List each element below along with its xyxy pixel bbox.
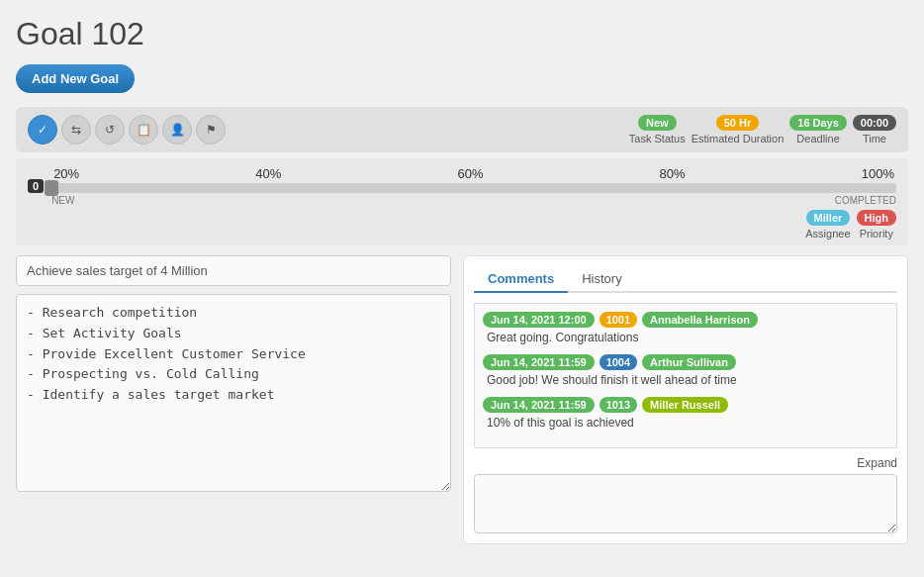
comment-text-3: 10% of this goal is achieved xyxy=(483,416,888,430)
time-badge: 00:00 xyxy=(853,115,896,131)
left-panel: - Research competition - Set Activity Go… xyxy=(16,255,451,544)
deadline-label: Deadline xyxy=(796,133,839,144)
user-icon-button[interactable]: 👤 xyxy=(162,115,192,144)
progress-value-badge: 0 xyxy=(28,179,44,193)
comment-entry-1: Jun 14, 2021 12:00 1001 Annabella Harris… xyxy=(483,312,888,344)
duration-badge: 50 Hr xyxy=(716,115,760,131)
toolbar-row: ✓ ⇆ ↺ 📋 👤 ⚑ New Task Status 50 Hr Estima… xyxy=(28,115,896,144)
comment-input-area[interactable] xyxy=(474,474,897,533)
check-icon-button[interactable]: ✓ xyxy=(28,115,57,144)
duration-item: 50 Hr Estimated Duration xyxy=(692,115,785,144)
comment-id-2: 1004 xyxy=(600,354,637,370)
comment-date-3: Jun 14, 2021 11:59 xyxy=(483,397,595,413)
comment-name-1: Annabella Harrison xyxy=(642,312,758,328)
tick-60: 60% xyxy=(457,166,483,181)
priority-label: Priority xyxy=(860,228,893,240)
goal-notes-area[interactable]: - Research competition - Set Activity Go… xyxy=(16,294,451,492)
tick-40: 40% xyxy=(255,166,281,181)
task-status-item: New Task Status xyxy=(629,115,686,144)
comment-id-1: 1001 xyxy=(600,312,637,328)
expand-link[interactable]: Expand xyxy=(474,456,897,470)
comment-name-3: Miller Russell xyxy=(642,397,728,413)
main-content: - Research competition - Set Activity Go… xyxy=(16,255,908,544)
tick-80: 80% xyxy=(660,166,686,181)
tabs-row: Comments History xyxy=(474,266,897,293)
task-status-label: Task Status xyxy=(629,133,686,144)
comment-meta-1: Jun 14, 2021 12:00 1001 Annabella Harris… xyxy=(483,312,888,328)
comment-text-1: Great going. Congratulations xyxy=(483,331,888,344)
time-label: Time xyxy=(863,133,886,144)
deadline-badge: 16 Days xyxy=(789,115,847,131)
progress-label-new: NEW xyxy=(51,195,74,206)
tick-20: 20% xyxy=(53,166,79,181)
comments-list: Jun 14, 2021 12:00 1001 Annabella Harris… xyxy=(474,303,897,448)
progress-section: 0 20% 40% 60% 80% 100% NEW COMPLETED xyxy=(16,158,908,245)
comment-date-2: Jun 14, 2021 11:59 xyxy=(483,354,595,370)
tab-comments[interactable]: Comments xyxy=(474,266,568,293)
progress-labels: NEW COMPLETED xyxy=(51,195,896,206)
tick-100: 100% xyxy=(862,166,894,181)
toolbar-icons: ✓ ⇆ ↺ 📋 👤 ⚑ xyxy=(28,115,226,144)
progress-label-completed: COMPLETED xyxy=(835,195,896,206)
progress-track[interactable] xyxy=(51,183,896,193)
comment-date-1: Jun 14, 2021 12:00 xyxy=(483,312,595,328)
comment-entry-2: Jun 14, 2021 11:59 1004 Arthur Sullivan … xyxy=(483,354,888,387)
assignee-badge: Miller xyxy=(806,210,851,226)
flag-icon-button[interactable]: ⚑ xyxy=(196,115,226,144)
add-new-goal-button[interactable]: Add New Goal xyxy=(16,64,135,93)
tab-history[interactable]: History xyxy=(568,266,635,293)
page-wrapper: Goal 102 Add New Goal ✓ ⇆ ↺ 📋 👤 ⚑ New Ta… xyxy=(0,0,924,577)
history-icon-button[interactable]: ↺ xyxy=(95,115,125,144)
duration-label: Estimated Duration xyxy=(692,133,785,144)
copy-icon-button[interactable]: 📋 xyxy=(129,115,158,144)
comment-entry-3: Jun 14, 2021 11:59 1013 Miller Russell 1… xyxy=(483,397,888,430)
priority-item: High Priority xyxy=(857,210,896,240)
page-title: Goal 102 xyxy=(16,16,908,52)
comment-text-2: Good job! We should finish it well ahead… xyxy=(483,373,888,387)
task-status-badge: New xyxy=(638,115,677,131)
priority-badge: High xyxy=(857,210,896,226)
toolbar-section: ✓ ⇆ ↺ 📋 👤 ⚑ New Task Status 50 Hr Estima… xyxy=(16,107,908,152)
comment-meta-2: Jun 14, 2021 11:59 1004 Arthur Sullivan xyxy=(483,354,888,370)
comment-id-3: 1013 xyxy=(600,397,637,413)
comment-name-2: Arthur Sullivan xyxy=(642,354,736,370)
shuffle-icon-button[interactable]: ⇆ xyxy=(61,115,91,144)
progress-thumb[interactable] xyxy=(45,180,58,196)
toolbar-status-group: New Task Status 50 Hr Estimated Duration… xyxy=(629,115,896,144)
assignee-label: Assignee xyxy=(805,228,850,240)
deadline-item: 16 Days Deadline xyxy=(789,115,847,144)
assignee-priority-group: Miller Assignee High Priority xyxy=(28,210,896,240)
time-item: 00:00 Time xyxy=(853,115,896,144)
progress-ticks: 20% 40% 60% 80% 100% xyxy=(51,166,896,181)
progress-top: 0 20% 40% 60% 80% 100% NEW COMPLETED xyxy=(28,166,896,206)
assignee-item: Miller Assignee xyxy=(805,210,850,240)
goal-title-input[interactable] xyxy=(16,255,451,286)
progress-bar-container[interactable]: 20% 40% 60% 80% 100% NEW COMPLETED xyxy=(51,166,896,206)
comment-meta-3: Jun 14, 2021 11:59 1013 Miller Russell xyxy=(483,397,888,413)
right-panel: Comments History Jun 14, 2021 12:00 1001… xyxy=(463,255,908,544)
